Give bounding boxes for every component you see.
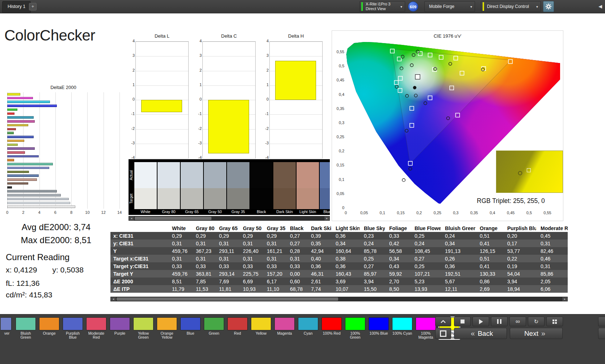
add-tab-button[interactable]: + (29, 3, 37, 10)
deltae-bar-gray-35 (7, 190, 57, 192)
table-cell: 0,40 (307, 255, 331, 262)
meter-dropdown[interactable]: X-Rite i1Pro 3 Direct View ▾ (360, 1, 405, 12)
table-cell: 11,53 (192, 285, 215, 293)
max-de2000-value: Max dE2000: 8,51 (0, 235, 112, 245)
patch-color-swatch (392, 317, 412, 330)
patch-button-bluish-green[interactable]: Bluish Green (15, 317, 37, 340)
reading-fl-value: fL: 121,36 (6, 279, 39, 288)
patch-button-ver[interactable]: ver (1, 317, 13, 340)
patch-button-100-cyan[interactable]: 100% Cyan (391, 317, 413, 340)
patch-button-cyan[interactable]: Cyan (297, 317, 319, 340)
deltae-bar-foliage (7, 171, 29, 173)
double-chevron-left-icon: « (471, 329, 475, 338)
table-scrollbar[interactable]: ◂ ▸ (110, 297, 568, 301)
swatch-black: Black (250, 162, 273, 215)
axis-tick-label: 4 (127, 39, 135, 43)
axis-tick-label: 0,3 (333, 120, 344, 125)
table-cell: 2,70 (385, 278, 410, 285)
table-cell: 0,29 (215, 232, 239, 240)
table-cell: 0,33 (286, 262, 307, 270)
pattern-grid-button[interactable] (546, 317, 563, 326)
patch-button-label: Orange (39, 331, 59, 339)
patch-button-100-green[interactable]: 100% Green (344, 317, 366, 340)
axis-tick-label: -2 (261, 126, 269, 131)
delta-h-y-axis: 43210-1-2-3-4 (261, 41, 269, 158)
next-button[interactable]: Next » (510, 328, 563, 339)
window-mode-button[interactable] (435, 328, 451, 339)
patch-button-orange[interactable]: Orange (38, 317, 60, 340)
axis-tick-label: 3 (261, 53, 269, 58)
table-cell: 0,33 (262, 262, 286, 270)
deltae-bar-100-green (7, 109, 17, 111)
column-header-gray-35: Gray 35 (262, 225, 286, 232)
reading-y-value: y: 0,5038 (52, 266, 83, 274)
patch-button-moderate-red[interactable]: Moderate Red (85, 317, 107, 340)
scroll-right-icon[interactable]: ▸ (562, 297, 567, 301)
patch-color-swatch (133, 317, 154, 330)
patch-button-blue[interactable]: Blue (180, 317, 201, 340)
patch-button-purplish-blue[interactable]: Purplish Blue (62, 317, 84, 340)
axis-tick-label: 1 (194, 82, 202, 87)
axis-tick-label: 0,15 (333, 163, 344, 167)
table-cell: 0,36 (331, 262, 360, 270)
axis-tick-label: -1 (127, 111, 135, 116)
patch-button-100-red[interactable]: 100% Red (321, 317, 343, 340)
axis-tick-label: 6 (50, 210, 61, 215)
axis-tick-label: 2 (127, 68, 135, 72)
pause-button[interactable] (491, 317, 508, 326)
play-button[interactable] (472, 317, 489, 326)
table-cell: 85,97 (360, 270, 385, 278)
workflow-dropdown[interactable]: Direct Display Control ▾ (481, 1, 541, 12)
back-button[interactable]: « Back (454, 328, 507, 339)
scroll-left-icon[interactable]: ◂ (129, 216, 134, 220)
tab-history-1[interactable]: History 1 (2, 1, 31, 13)
scroll-left-icon[interactable]: ◂ (111, 297, 116, 301)
settings-button[interactable] (543, 1, 554, 12)
table-cell: 0,22 (503, 255, 536, 262)
table-cell: 3,94 (360, 278, 385, 285)
deltae-bar-yellow-green (7, 144, 18, 146)
table-cell: 0,24 (410, 240, 441, 247)
swatch-strip-scrollbar[interactable]: ◂ ▸ (129, 216, 330, 221)
stop-button[interactable] (454, 317, 471, 326)
table-cell: 0,31 (536, 240, 568, 247)
table-cell: 18,94 (503, 285, 536, 293)
table-cell: 160,64 (331, 247, 360, 255)
patch-button-yellow-green[interactable]: Yellow Green (133, 317, 154, 340)
table-cell: 0,33 (192, 262, 215, 270)
axis-tick-label: 0,1 (374, 211, 390, 215)
gridline (136, 42, 188, 42)
chart-title: Delta H (269, 33, 323, 39)
patch-button-green[interactable]: Green (203, 317, 225, 340)
table-row: Target y:CIE310,330,330,330,330,330,330,… (110, 262, 568, 270)
swatch-gray-65: Gray 65 (181, 162, 203, 215)
table-cell: 0,34 (385, 255, 410, 262)
refresh-button[interactable]: ↻ (528, 317, 545, 326)
clipped-edge-button[interactable] (598, 328, 605, 339)
column-header-purplish-blue: Purplish Blue (503, 225, 536, 232)
scrollbar-thumb[interactable] (117, 297, 338, 301)
patch-button-100-blue[interactable]: 100% Blue (368, 317, 390, 340)
loop-button[interactable]: ∞ (509, 317, 526, 326)
patch-button-yellow[interactable]: Yellow (250, 317, 272, 340)
table-cell: 0,25 (410, 232, 441, 240)
scroll-right-icon[interactable]: ▸ (324, 216, 329, 220)
axis-tick-label: 0,5 (521, 211, 537, 215)
table-cell: 0,42 (385, 240, 410, 247)
expand-up-button[interactable] (435, 317, 451, 326)
patch-button-magenta[interactable]: Magenta (274, 317, 295, 340)
table-corner-cell (110, 225, 168, 232)
column-header-foliage: Foliage (385, 225, 410, 232)
patch-button-red[interactable]: Red (227, 317, 248, 340)
patch-selection-row: verBluish GreenOrangePurplish BlueModera… (1, 317, 462, 340)
collapse-panel-icon[interactable]: ◀ (598, 4, 602, 9)
axis-tick-label: 4 (261, 39, 269, 43)
source-dropdown[interactable]: Mobile Forge ▾ (424, 1, 475, 12)
patch-button-orange-yellow[interactable]: Orange Yellow (156, 317, 178, 340)
patch-button-100-magenta[interactable]: 100% Magenta (415, 317, 437, 340)
table-cell: 0,31 (239, 255, 262, 262)
clipped-edge-button[interactable] (598, 317, 605, 326)
patch-button-purple[interactable]: Purple (109, 317, 131, 340)
patch-color-swatch (298, 317, 318, 330)
scrollbar-thumb[interactable] (135, 217, 211, 220)
